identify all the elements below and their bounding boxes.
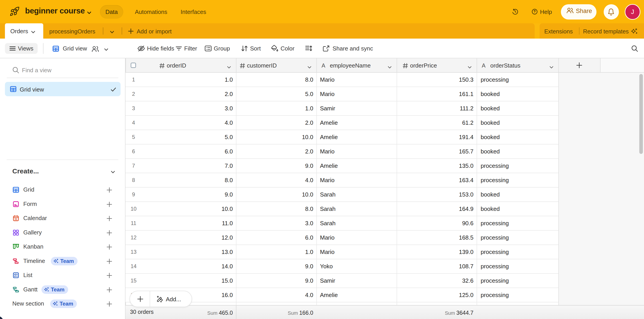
svg-text:31: 31 (14, 218, 17, 220)
